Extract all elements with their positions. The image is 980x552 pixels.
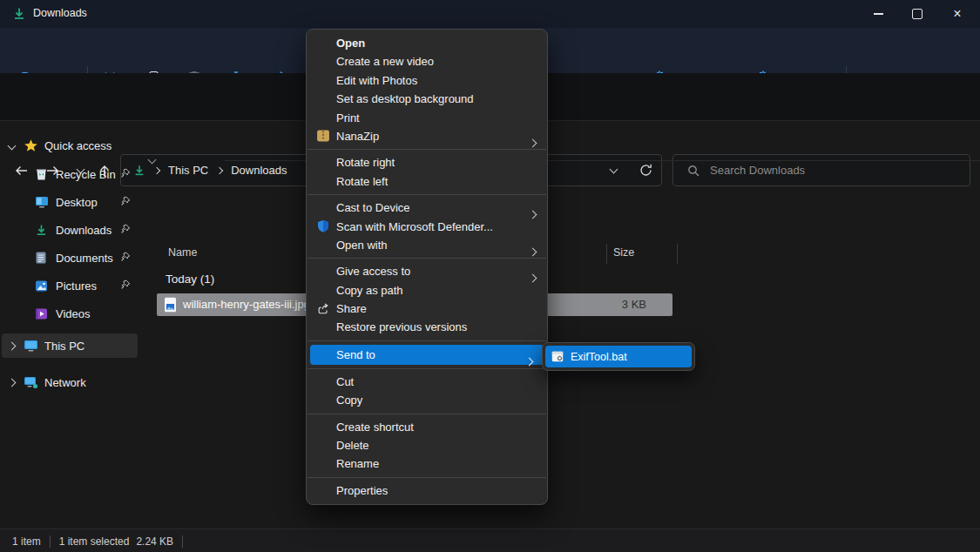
maximize-icon xyxy=(912,9,923,19)
sidebar-item-network[interactable]: Network xyxy=(2,371,138,394)
file-list-pane: Name Size Today (1) william-henry-gates-… xyxy=(139,120,980,528)
sidebar-item-videos[interactable]: Videos xyxy=(2,302,138,325)
menu-item-properties[interactable]: Properties xyxy=(307,481,547,500)
videos-icon xyxy=(35,307,48,320)
sidebar-item-label: Pictures xyxy=(56,279,97,293)
sidebar-item-recycle-bin[interactable]: Recycle Bin xyxy=(2,163,138,185)
menu-item-edit-with-photos[interactable]: Edit with Photos xyxy=(307,71,547,90)
file-name: william-henry-gates-iii.jpg xyxy=(183,298,310,311)
defender-shield-icon xyxy=(316,219,330,233)
menu-item-create-shortcut[interactable]: Create shortcut xyxy=(307,418,547,436)
submenu-arrow-icon xyxy=(529,247,537,256)
sidebar-item-documents[interactable]: Documents xyxy=(2,246,138,269)
submenu-item-exiftool[interactable]: ExifTool.bat xyxy=(545,346,692,367)
sidebar-item-quick-access[interactable]: Quick access xyxy=(2,134,138,157)
group-header[interactable]: Today (1) xyxy=(166,273,214,286)
bat-file-icon xyxy=(551,351,564,362)
chevron-right-icon xyxy=(8,341,17,350)
network-icon xyxy=(24,376,38,389)
chevron-down-icon xyxy=(8,141,17,150)
sidebar-item-label: Quick access xyxy=(44,139,112,152)
sidebar-item-label: Network xyxy=(44,376,86,389)
titlebar: Downloads × xyxy=(0,0,980,28)
file-size: 3 KB xyxy=(622,298,646,311)
nanazip-icon xyxy=(316,129,330,143)
minimize-icon xyxy=(874,13,883,14)
menu-item-share[interactable]: Share xyxy=(307,300,547,318)
sidebar-item-desktop[interactable]: Desktop xyxy=(2,191,138,213)
menu-item-delete[interactable]: Delete xyxy=(307,436,547,454)
star-icon xyxy=(24,138,38,153)
sidebar-item-downloads[interactable]: Downloads xyxy=(2,219,138,241)
recycle-bin-icon xyxy=(35,167,48,181)
sidebar-item-label: Recycle Bin xyxy=(56,168,116,181)
menu-separator xyxy=(308,258,546,259)
pin-icon xyxy=(120,168,131,178)
menu-item-open-with[interactable]: Open with xyxy=(307,236,547,254)
pictures-icon xyxy=(35,279,48,293)
maximize-button[interactable] xyxy=(898,0,936,28)
selection-size: 2.24 KB xyxy=(136,535,173,548)
menu-separator xyxy=(308,194,546,195)
menu-item-cast-to-device[interactable]: Cast to Device xyxy=(307,199,547,217)
menu-item-copy[interactable]: Copy xyxy=(307,391,547,409)
chevron-right-icon xyxy=(8,378,17,387)
menu-item-restore-previous-versions[interactable]: Restore previous versions xyxy=(307,318,547,336)
menu-item-copy-as-path[interactable]: Copy as path xyxy=(307,281,547,300)
menu-item-set-desktop-background[interactable]: Set as desktop background xyxy=(307,90,547,108)
menu-item-open[interactable]: Open xyxy=(307,34,547,52)
sidebar-item-label: This PC xyxy=(44,340,84,353)
sidebar-item-label: Desktop xyxy=(56,196,98,209)
submenu-item-label: ExifTool.bat xyxy=(571,351,627,363)
menu-separator xyxy=(308,149,546,150)
group-collapse-icon[interactable] xyxy=(148,156,157,165)
desktop-icon xyxy=(35,196,49,208)
file-explorer-window: Downloads × New xyxy=(0,0,980,552)
column-header-name[interactable]: Name xyxy=(168,246,197,259)
menu-item-rename[interactable]: Rename xyxy=(307,454,547,473)
pin-icon xyxy=(120,279,131,290)
downloads-folder-icon xyxy=(35,224,48,237)
pin-icon xyxy=(120,196,131,206)
send-to-submenu: ExifTool.bat xyxy=(542,342,695,371)
menu-item-rotate-left[interactable]: Rotate left xyxy=(307,172,547,191)
column-header-size[interactable]: Size xyxy=(613,246,634,259)
menu-item-nanazip[interactable]: NanaZip xyxy=(307,127,547,145)
submenu-arrow-icon xyxy=(525,357,534,366)
sidebar: Quick access Recycle Bin Desktop xyxy=(0,120,139,528)
jpg-file-icon xyxy=(164,297,177,313)
item-count: 1 item xyxy=(12,535,41,548)
sidebar-item-this-pc[interactable]: This PC xyxy=(2,333,138,358)
menu-separator xyxy=(308,414,546,414)
menu-item-print[interactable]: Print xyxy=(307,109,547,127)
column-divider[interactable] xyxy=(606,244,607,264)
sidebar-item-label: Documents xyxy=(56,252,113,265)
share-icon xyxy=(316,302,330,316)
column-divider[interactable] xyxy=(677,244,678,264)
menu-separator xyxy=(308,340,546,341)
submenu-arrow-icon xyxy=(529,139,537,148)
close-icon: × xyxy=(953,7,961,21)
status-bar: 1 item 1 item selected 2.24 KB xyxy=(0,528,980,552)
menu-separator xyxy=(308,477,546,478)
this-pc-icon xyxy=(24,340,38,353)
menu-item-scan-with-defender[interactable]: Scan with Microsoft Defender... xyxy=(307,218,547,236)
minimize-button[interactable] xyxy=(859,0,897,28)
menu-item-create-new-video[interactable]: Create a new video xyxy=(307,52,547,71)
sidebar-item-pictures[interactable]: Pictures xyxy=(2,274,138,297)
selection-count: 1 item selected xyxy=(59,535,130,548)
status-divider xyxy=(50,535,51,548)
close-button[interactable]: × xyxy=(938,0,977,28)
sidebar-item-label: Downloads xyxy=(56,224,112,237)
menu-separator xyxy=(308,368,546,369)
context-menu: Open Create a new video Edit with Photos… xyxy=(306,29,548,505)
pin-icon xyxy=(120,224,131,234)
menu-item-give-access-to[interactable]: Give access to xyxy=(307,262,547,280)
menu-item-send-to[interactable]: Send to xyxy=(310,345,544,365)
window-title: Downloads xyxy=(33,7,87,19)
menu-item-rotate-right[interactable]: Rotate right xyxy=(307,153,547,172)
status-divider xyxy=(182,535,183,548)
documents-icon xyxy=(35,251,47,265)
menu-item-cut[interactable]: Cut xyxy=(307,373,547,391)
pin-icon xyxy=(120,252,131,262)
